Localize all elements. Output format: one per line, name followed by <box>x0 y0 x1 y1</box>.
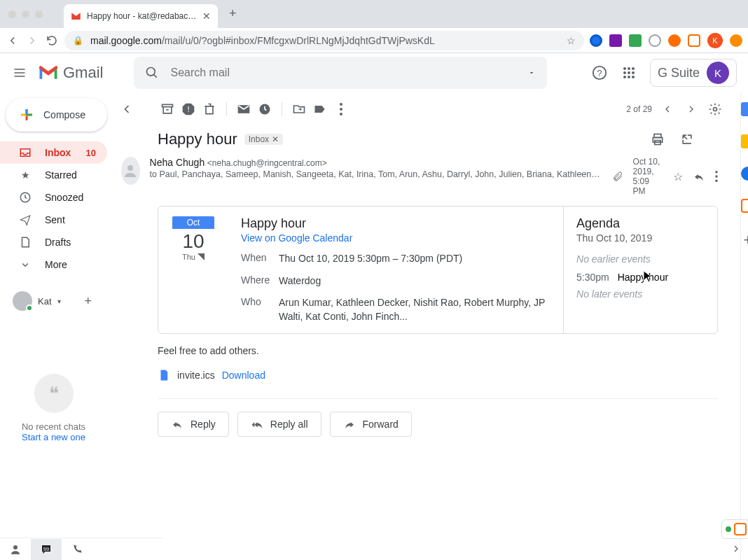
profile-avatar-icon[interactable]: K <box>707 33 723 48</box>
dropdown-icon[interactable]: ▾ <box>57 298 61 305</box>
older-icon[interactable] <box>659 101 676 118</box>
close-tab-icon[interactable]: ✕ <box>202 10 211 22</box>
extension-icon[interactable] <box>730 34 742 47</box>
search-options-icon[interactable] <box>527 69 536 77</box>
sidebar-item-sent[interactable]: Sent <box>0 209 107 231</box>
reply-icon[interactable] <box>693 170 705 183</box>
sidebar-item-more[interactable]: More <box>0 253 107 276</box>
more-icon[interactable] <box>333 101 349 118</box>
attachment-name[interactable]: invite.ics <box>177 370 215 381</box>
start-chat-link[interactable]: Start a new one <box>0 432 107 442</box>
print-icon[interactable] <box>649 131 666 148</box>
minimize-window-dot[interactable] <box>22 10 29 18</box>
contacts-tab-icon[interactable] <box>0 539 31 560</box>
window-controls <box>0 10 43 28</box>
extensions-row: K <box>590 33 742 48</box>
delete-icon[interactable] <box>201 101 218 118</box>
maximize-window-dot[interactable] <box>35 10 43 18</box>
download-link[interactable]: Download <box>222 370 265 381</box>
sidebar-item-inbox[interactable]: Inbox 10 <box>0 141 107 164</box>
bookmark-star-icon[interactable]: ☆ <box>567 35 576 46</box>
new-tab-button[interactable]: + <box>229 6 237 28</box>
agenda-item[interactable]: 5:30pm Happy hour <box>576 272 705 283</box>
archive-icon[interactable] <box>159 101 176 118</box>
compose-button[interactable]: Compose <box>6 98 107 132</box>
popout-icon[interactable] <box>679 131 695 148</box>
ringcentral-addon-icon[interactable] <box>741 199 748 213</box>
message-body: Feel free to add others. <box>107 334 735 356</box>
address-bar[interactable]: 🔒 mail.google.com/mail/u/0/?ogbl#inbox/F… <box>64 31 584 50</box>
inbox-icon <box>18 146 32 160</box>
back-button[interactable] <box>6 34 20 48</box>
back-to-inbox-icon[interactable] <box>118 101 135 118</box>
inbox-chip[interactable]: Inbox✕ <box>244 134 283 145</box>
close-window-dot[interactable] <box>8 10 16 18</box>
svg-point-9 <box>623 76 626 78</box>
add-addon-icon[interactable]: + <box>744 231 748 249</box>
gsuite-badge[interactable]: G Suite K <box>650 59 737 87</box>
gmail-logo[interactable]: Gmail <box>38 64 103 82</box>
reply-button[interactable]: Reply <box>158 412 229 437</box>
chevron-down-icon <box>18 258 32 272</box>
remove-label-icon[interactable]: ✕ <box>272 134 279 144</box>
forward-button[interactable]: Forward <box>330 412 412 437</box>
message-pane: ! 2 of 29 Happy hour Inbox✕ <box>107 92 740 560</box>
search-input[interactable] <box>170 66 516 79</box>
when-value: Thu Oct 10, 2019 5:30pm – 7:30pm (PDT) <box>279 252 550 266</box>
extension-icon[interactable] <box>668 34 681 47</box>
extension-icon[interactable] <box>629 34 642 47</box>
ringcentral-tray-icon[interactable] <box>721 519 748 539</box>
mark-unread-icon[interactable] <box>235 101 252 118</box>
sidebar-item-starred[interactable]: ★ Starred <box>0 164 107 186</box>
hangouts-user-row[interactable]: Kat ▾ + <box>0 291 107 311</box>
tasks-addon-icon[interactable] <box>741 167 748 181</box>
more-icon[interactable] <box>715 171 718 182</box>
phone-tab-icon[interactable] <box>62 539 92 560</box>
recipients-line[interactable]: to Paul, Panchaya, Sameep, Manish, Sange… <box>150 169 602 179</box>
hangouts-empty: ❝ No recent chats Start a new one <box>0 374 107 442</box>
search-box[interactable] <box>134 57 547 89</box>
spam-icon[interactable]: ! <box>180 101 197 118</box>
collapse-panel-icon[interactable] <box>730 543 742 554</box>
sidebar-item-label: Starred <box>45 169 77 181</box>
newer-icon[interactable] <box>683 101 700 118</box>
svg-point-21 <box>714 108 717 111</box>
menu-icon[interactable] <box>11 64 28 81</box>
calendar-addon-icon[interactable] <box>741 102 748 116</box>
help-icon[interactable]: ? <box>591 64 608 81</box>
ringcentral-extension-icon[interactable] <box>688 34 700 47</box>
tab-title: Happy hour - kat@redabacusd <box>87 11 197 21</box>
attachment-icon[interactable] <box>612 171 623 182</box>
new-chat-icon[interactable]: + <box>84 294 92 309</box>
settings-icon[interactable] <box>707 101 723 118</box>
extension-icon[interactable] <box>649 34 661 47</box>
labels-icon[interactable] <box>312 101 328 118</box>
sidebar-item-drafts[interactable]: Drafts <box>0 231 107 253</box>
sidebar-item-label: Inbox <box>45 147 71 158</box>
separator <box>282 102 282 116</box>
sidebar-item-snoozed[interactable]: Snoozed <box>0 186 107 209</box>
apps-grid-icon[interactable] <box>621 64 637 81</box>
star-icon[interactable]: ☆ <box>673 170 683 183</box>
forward-button[interactable] <box>25 34 39 48</box>
extension-icon[interactable] <box>609 34 622 47</box>
drafts-icon <box>18 235 32 249</box>
keep-addon-icon[interactable] <box>741 134 748 148</box>
svg-rect-13 <box>162 104 173 106</box>
view-calendar-link[interactable]: View on Google Calendar <box>241 232 352 244</box>
sidebar-item-label: Sent <box>45 214 65 225</box>
snooze-icon[interactable] <box>256 101 273 118</box>
agenda-item-title: Happy hour <box>618 272 668 283</box>
hangouts-tab-icon[interactable]: 99 <box>31 539 62 560</box>
move-to-icon[interactable] <box>291 101 307 118</box>
reload-button[interactable] <box>45 34 59 48</box>
account-avatar[interactable]: K <box>707 62 729 84</box>
attachment-row: invite.ics Download <box>107 356 735 382</box>
user-avatar-icon <box>13 291 32 311</box>
event-month: Oct <box>172 216 214 229</box>
event-title: Happy hour <box>241 216 550 231</box>
browser-tab[interactable]: Happy hour - kat@redabacusd ✕ <box>64 4 218 28</box>
hangouts-empty-text: No recent chats <box>0 421 107 432</box>
extension-icon[interactable] <box>590 34 602 47</box>
reply-all-button[interactable]: Reply all <box>237 412 321 437</box>
